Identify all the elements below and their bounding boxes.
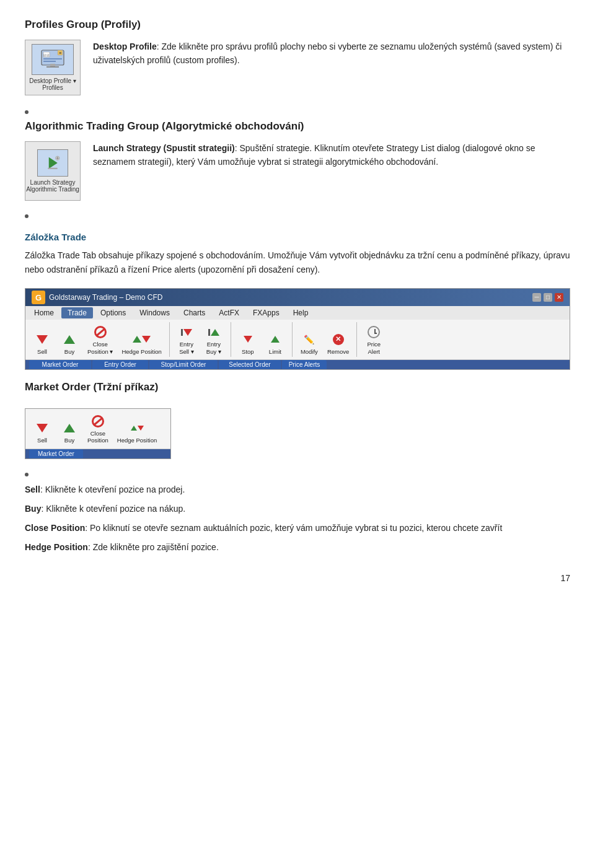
sell-arrow-icon (33, 331, 51, 348)
mo-buy-button[interactable]: Buy (56, 411, 82, 446)
mo-close-position-icon (89, 413, 107, 429)
alg-trading-sublabel: Algorithmic Trading (26, 186, 79, 193)
toolbar-labels-row: Market Order Entry Order Stop/Limit Orde… (25, 360, 570, 369)
launch-strategy-label: Launch Strategy (30, 179, 76, 186)
svg-rect-5 (46, 66, 59, 68)
hedge-position-icon (133, 331, 151, 348)
minimize-icon[interactable]: ─ (532, 293, 541, 302)
menu-actfx[interactable]: ActFX (213, 307, 245, 318)
menu-home[interactable]: Home (28, 307, 60, 318)
stop-button[interactable]: Stop (235, 322, 261, 357)
entry-sell-label: Entry Sell ▾ (179, 341, 193, 355)
page-number: 17 (25, 573, 570, 583)
svg-rect-11 (48, 168, 58, 169)
limit-icon (267, 331, 284, 348)
sell-button[interactable]: Sell (29, 322, 55, 357)
toolbar-titlebar: G Goldstarway Trading – Demo CFD ─ □ ✕ (25, 289, 570, 306)
close-icon[interactable]: ✕ (555, 293, 563, 302)
mo-sell-group: Sell Buy Close Position Hedge Position (29, 411, 164, 446)
label-stop-limit-order: Stop/Limit Order (149, 360, 218, 369)
close-position-icon (92, 324, 109, 340)
page-title: Profiles Group (Profily) (25, 19, 570, 31)
launch-strategy-bold: Launch Strategy (Spustit strategii) (93, 143, 235, 153)
svg-rect-4 (50, 64, 55, 66)
sell-description: Sell: Klikněte k otevření pozice na prod… (25, 483, 570, 497)
price-alert-clock-icon (365, 324, 382, 340)
sell-button-label: Sell (37, 348, 47, 355)
buy-description: Buy: Klikněte k otevření pozice na nákup… (25, 502, 570, 516)
label-price-alerts: Price Alerts (282, 360, 327, 369)
market-order-heading: Market Order (Tržní příkaz) (25, 381, 570, 393)
stop-button-label: Stop (242, 348, 254, 355)
entry-buy-button[interactable]: Entry Buy ▾ (201, 322, 227, 357)
separator-dot-1 (25, 110, 29, 114)
desktop-profile-desc-text: : Zde klikněte pro správu profilů plochy… (93, 42, 562, 65)
entry-sell-button[interactable]: Entry Sell ▾ (174, 322, 200, 357)
modify-label: Modify (301, 348, 318, 355)
toolbar-title: Goldstarway Trading – Demo CFD (49, 293, 162, 302)
menu-fxapps[interactable]: FXApps (247, 307, 286, 318)
buy-button-label: Buy (64, 348, 74, 355)
menu-trade[interactable]: Trade (61, 307, 93, 318)
desktop-profile-image: ≡ ☑ ☑ Desktop Profile ▾ Profiles (25, 40, 81, 95)
separator-dot-2 (25, 214, 29, 218)
mo-hedge-position-button[interactable]: Hedge Position (113, 411, 161, 446)
zalozka-trade-heading: Záložka Trade (25, 232, 570, 242)
toolbar-buttons-row: Sell Buy Close Position ▾ Hedge Position (25, 320, 570, 360)
desktop-profile-label: Desktop Profile ▾ (29, 77, 76, 84)
mo-sell-label: Sell (37, 437, 47, 444)
svg-rect-2 (43, 58, 62, 59)
stop-limit-group: Stop Limit (235, 322, 293, 357)
separator-dot-3 (25, 473, 29, 476)
launch-strategy-description: Launch Strategy (Spustit strategii): Spu… (93, 141, 570, 169)
hedge-position-bold: Hedge Position (25, 542, 88, 552)
mo-sell-arrow-icon (33, 420, 51, 436)
entry-order-group: Entry Sell ▾ Entry Buy ▾ (174, 322, 231, 357)
limit-button[interactable]: Limit (262, 322, 288, 357)
g-logo: G (32, 291, 45, 304)
toolbar-screenshot: G Goldstarway Trading – Demo CFD ─ □ ✕ H… (25, 288, 570, 370)
mo-buy-label: Buy (64, 437, 74, 444)
menu-options[interactable]: Options (94, 307, 132, 318)
limit-button-label: Limit (269, 348, 281, 355)
modify-button[interactable]: ✏️ Modify (296, 322, 322, 357)
mo-close-position-button[interactable]: Close Position (84, 411, 112, 446)
buy-arrow-icon (61, 331, 78, 348)
entry-sell-icon (178, 324, 195, 340)
toolbar-menubar: Home Trade Options Windows Charts ActFX … (25, 306, 570, 320)
buy-text: : Klikněte k otevření pozice na nákup. (41, 504, 185, 514)
entry-buy-label: Entry Buy ▾ (206, 341, 221, 355)
buy-button[interactable]: Buy (56, 322, 82, 357)
svg-text:≡: ≡ (59, 51, 61, 55)
close-position-button[interactable]: Close Position ▾ (84, 322, 117, 357)
price-alert-button[interactable]: Price Alert (361, 322, 387, 357)
profiles-sublabel: Profiles (42, 84, 63, 91)
modify-pencil-icon: ✏️ (301, 331, 318, 348)
close-position-label: Close Position ▾ (87, 341, 113, 355)
menu-charts[interactable]: Charts (177, 307, 211, 318)
mo-market-order-label: Market Order (29, 449, 83, 458)
market-order-group: Sell Buy Close Position ▾ Hedge Position (29, 322, 170, 357)
profiles-group-section: ≡ ☑ ☑ Desktop Profile ▾ Profiles Desktop… (25, 40, 570, 95)
maximize-icon[interactable]: □ (544, 293, 552, 302)
menu-windows[interactable]: Windows (133, 307, 176, 318)
mo-label-row: Market Order (25, 449, 170, 458)
remove-x-icon: ✕ (330, 331, 347, 348)
hedge-position-label: Hedge Position (121, 348, 161, 355)
mo-buy-arrow-icon (61, 420, 78, 436)
label-market-order: Market Order (29, 360, 91, 369)
buy-bold: Buy (25, 504, 41, 514)
price-alerts-group: Price Alert (361, 322, 390, 357)
remove-button[interactable]: ✕ Remove (324, 322, 353, 357)
close-position-description: Close Position: Po kliknutí se otevře se… (25, 521, 570, 535)
hedge-position-description: Hedge Position: Zde klikněte pro zajiště… (25, 540, 570, 555)
mo-hedge-icon (128, 420, 146, 436)
mo-hedge-label: Hedge Position (117, 437, 157, 444)
menu-help[interactable]: Help (287, 307, 315, 318)
price-alert-label: Price Alert (367, 341, 381, 355)
close-position-bold: Close Position (25, 523, 85, 533)
entry-buy-icon (205, 324, 223, 340)
hedge-position-button[interactable]: Hedge Position (118, 322, 165, 357)
svg-rect-3 (43, 61, 56, 62)
mo-sell-button[interactable]: Sell (29, 411, 55, 446)
